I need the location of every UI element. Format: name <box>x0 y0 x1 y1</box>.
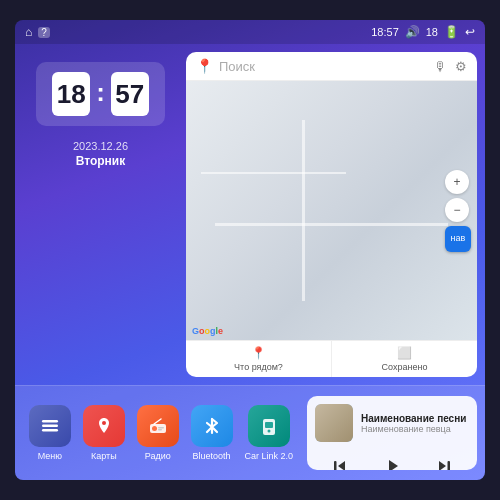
outer-frame: ⌂ ? 18:57 🔊 18 🔋 ↩ 18 : <box>0 0 500 500</box>
app-maps[interactable]: Карты <box>83 405 125 461</box>
app-carlink-label: Car Link 2.0 <box>245 451 294 461</box>
app-radio-label: Радио <box>145 451 171 461</box>
main-content: 18 : 57 2023.12.26 Вторник 📍 <box>15 44 485 385</box>
app-maps-label: Карты <box>91 451 117 461</box>
music-next-btn[interactable] <box>430 452 458 470</box>
app-menu-label: Меню <box>38 451 62 461</box>
nearby-label: Что рядом? <box>234 362 283 372</box>
app-bluetooth-label: Bluetooth <box>193 451 231 461</box>
map-nearby-btn[interactable]: 📍 Что рядом? <box>186 341 332 377</box>
right-panel: 📍 Поиск 🎙 ⚙ Google <box>186 52 477 377</box>
status-time: 18:57 <box>371 26 399 38</box>
svg-point-10 <box>267 430 270 433</box>
status-left-icons: ⌂ ? <box>25 25 50 39</box>
bluetooth-icon <box>191 405 233 447</box>
music-play-btn[interactable] <box>376 450 408 470</box>
music-top: Наименование песни Наименование певца <box>307 396 477 446</box>
status-bar: ⌂ ? 18:57 🔊 18 🔋 ↩ <box>15 20 485 44</box>
date-info: 2023.12.26 Вторник <box>73 140 128 168</box>
road-v <box>302 120 305 301</box>
saved-icon: ⬜ <box>397 346 412 360</box>
map-zoom-out-btn[interactable]: − <box>445 198 469 222</box>
svg-point-3 <box>102 421 106 425</box>
volume-icon: 🔊 <box>405 25 420 39</box>
svg-rect-0 <box>42 420 58 423</box>
clock-minutes-block: 57 <box>111 72 149 116</box>
app-radio[interactable]: Радио <box>137 405 179 461</box>
menu-icon <box>29 405 71 447</box>
svg-rect-11 <box>334 461 337 470</box>
svg-rect-2 <box>42 429 58 432</box>
question-icon[interactable]: ? <box>38 27 50 38</box>
carlink-icon <box>248 405 290 447</box>
map-search-icons: 🎙 ⚙ <box>434 59 467 74</box>
map-side-controls: + − нав <box>445 170 471 252</box>
album-face <box>315 404 353 442</box>
road-h2 <box>201 172 347 174</box>
map-area[interactable]: Google + − нав <box>186 81 477 340</box>
music-title: Наименование песни <box>361 413 469 424</box>
svg-rect-12 <box>448 461 451 470</box>
settings-icon[interactable]: ⚙ <box>455 59 467 74</box>
apps-row: Меню Карты <box>23 386 307 480</box>
battery-level: 18 <box>426 26 438 38</box>
music-artist: Наименование певца <box>361 424 469 434</box>
bottom-bar: Меню Карты <box>15 385 485 480</box>
map-widget: 📍 Поиск 🎙 ⚙ Google <box>186 52 477 377</box>
clock-widget: 18 : 57 <box>36 62 165 126</box>
map-bottom-bar: 📍 Что рядом? ⬜ Сохранено <box>186 340 477 377</box>
date-full: 2023.12.26 <box>73 140 128 152</box>
mic-icon[interactable]: 🎙 <box>434 59 447 74</box>
google-logo: Google <box>192 326 223 336</box>
back-icon[interactable]: ↩ <box>465 25 475 39</box>
maps-icon <box>83 405 125 447</box>
svg-rect-7 <box>158 429 162 431</box>
map-zoom-in-btn[interactable]: + <box>445 170 469 194</box>
map-nav-btn[interactable]: нав <box>445 226 471 252</box>
map-pin-icon: 📍 <box>196 58 213 74</box>
app-carlink[interactable]: Car Link 2.0 <box>245 405 294 461</box>
svg-rect-5 <box>152 426 157 431</box>
status-right-icons: 18:57 🔊 18 🔋 ↩ <box>371 25 475 39</box>
battery-icon: 🔋 <box>444 25 459 39</box>
map-saved-btn[interactable]: ⬜ Сохранено <box>332 341 477 377</box>
saved-label: Сохранено <box>382 362 428 372</box>
clock-hours-block: 18 <box>52 72 90 116</box>
map-search-placeholder[interactable]: Поиск <box>219 59 428 74</box>
device-frame: ⌂ ? 18:57 🔊 18 🔋 ↩ 18 : <box>15 20 485 480</box>
clock-hours: 18 <box>57 79 86 110</box>
map-search-bar: 📍 Поиск 🎙 ⚙ <box>186 52 477 81</box>
nearby-icon: 📍 <box>251 346 266 360</box>
music-album-art <box>315 404 353 442</box>
music-prev-btn[interactable] <box>326 452 354 470</box>
music-info: Наименование песни Наименование певца <box>361 413 469 434</box>
svg-rect-1 <box>42 425 58 428</box>
app-bluetooth[interactable]: Bluetooth <box>191 405 233 461</box>
date-day: Вторник <box>73 154 128 168</box>
home-icon[interactable]: ⌂ <box>25 25 32 39</box>
svg-rect-6 <box>158 427 164 429</box>
road-h <box>215 223 448 226</box>
left-panel: 18 : 57 2023.12.26 Вторник <box>23 52 178 377</box>
clock-minutes: 57 <box>115 79 144 110</box>
svg-rect-9 <box>265 422 273 428</box>
app-menu[interactable]: Меню <box>29 405 71 461</box>
radio-icon <box>137 405 179 447</box>
music-widget: Наименование песни Наименование певца <box>307 396 477 470</box>
clock-separator: : <box>96 79 105 105</box>
music-controls <box>307 446 477 470</box>
